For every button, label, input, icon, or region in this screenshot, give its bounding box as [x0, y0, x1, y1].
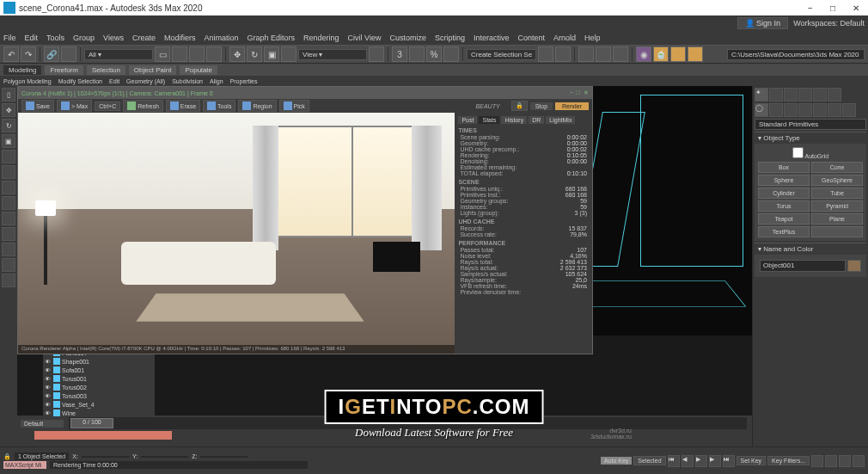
ribbon-selection[interactable]: Selection — [87, 65, 125, 75]
lt-tool10[interactable] — [2, 227, 15, 241]
menu-help[interactable]: Help — [584, 34, 601, 42]
nav-orbit[interactable] — [839, 455, 851, 467]
subribbon-polymodeling[interactable]: Polygon Modeling — [3, 78, 52, 84]
primitive-button[interactable]: GeoSphere — [811, 175, 863, 186]
vfb-ctrlc[interactable]: Ctrl+C — [95, 102, 120, 111]
motion-tab[interactable] — [798, 88, 812, 102]
lt-tool13[interactable] — [2, 274, 15, 287]
object-name-field[interactable]: Object001 — [760, 260, 846, 272]
shapes-subtab[interactable] — [769, 103, 783, 117]
stats-tab-dr[interactable]: DR — [529, 116, 544, 124]
goto-end[interactable]: ⏭ — [723, 455, 735, 467]
vfb-stop[interactable]: Stop — [530, 102, 553, 110]
render-button[interactable] — [688, 46, 703, 62]
menu-rendering[interactable]: Rendering — [303, 34, 339, 42]
lt-tool9[interactable] — [2, 212, 15, 225]
primitive-button[interactable]: Tube — [811, 188, 863, 199]
render-setup-button[interactable]: 🍵 — [653, 46, 669, 62]
nav-pan[interactable] — [811, 455, 823, 467]
coord-z[interactable] — [200, 456, 248, 458]
menu-file[interactable]: File — [3, 34, 16, 42]
autokey-button[interactable]: Auto Key — [601, 457, 632, 465]
percent-snap-button[interactable]: % — [426, 46, 442, 62]
placement-button[interactable] — [281, 46, 296, 62]
helpers-subtab[interactable] — [813, 103, 827, 117]
select-name-button[interactable] — [172, 46, 187, 62]
primitive-button[interactable]: Plane — [811, 213, 863, 225]
menu-tools[interactable]: Tools — [46, 34, 64, 42]
pivot-button[interactable] — [369, 46, 384, 62]
selection-set[interactable]: Create Selection Se — [467, 49, 536, 60]
primitive-button[interactable]: TextPlus — [758, 226, 810, 237]
stats-tab-history[interactable]: History — [501, 116, 527, 124]
menu-content[interactable]: Content — [517, 34, 545, 42]
goto-start[interactable]: ⏮ — [668, 455, 680, 467]
vfb-pick[interactable]: Pick — [279, 100, 309, 112]
keyfilters-button[interactable]: Key Filters... — [767, 456, 810, 465]
ribbon-modeling[interactable]: Modeling — [3, 65, 41, 75]
primitive-button[interactable]: Cone — [811, 162, 863, 173]
maximize-button[interactable]: □ — [825, 3, 840, 13]
ribbon-freeform[interactable]: Freeform — [45, 65, 83, 75]
vfb-region[interactable]: Region — [238, 100, 276, 112]
timeline-handle[interactable]: 0 / 100 — [70, 418, 113, 428]
minimize-button[interactable]: − — [803, 3, 818, 13]
menu-create[interactable]: Create — [132, 34, 156, 42]
link-button[interactable]: 🔗 — [44, 46, 59, 62]
vfb-render[interactable]: Render — [555, 102, 589, 110]
filter-dropdown[interactable]: All ▾ — [84, 49, 153, 60]
lt-tool7[interactable] — [2, 181, 15, 194]
angle-snap-button[interactable] — [409, 46, 425, 62]
render-frame-button[interactable] — [670, 46, 686, 62]
undo-button[interactable]: ↶ — [3, 46, 19, 62]
move-button[interactable]: ✥ — [229, 46, 245, 62]
coord-x[interactable] — [82, 456, 129, 458]
vfb-maximize[interactable]: □ — [577, 89, 580, 96]
lt-select[interactable]: ▯ — [2, 88, 15, 102]
unlink-button[interactable] — [61, 46, 76, 62]
material-editor-button[interactable]: ◉ — [636, 46, 651, 62]
vfb-save[interactable]: Save — [21, 100, 54, 112]
primitive-button[interactable]: Torus — [758, 200, 810, 212]
subribbon-align[interactable]: Align — [210, 78, 223, 84]
object-color-swatch[interactable] — [847, 260, 861, 272]
nav-maximize[interactable] — [853, 455, 865, 467]
nav-zoom[interactable] — [825, 455, 837, 467]
primitive-button[interactable]: Pyramid — [811, 200, 863, 212]
select-button[interactable]: ▭ — [155, 46, 170, 62]
workspaces-dropdown[interactable]: Workspaces: Default — [793, 19, 865, 28]
menu-animation[interactable]: Animation — [204, 34, 238, 42]
refcoord-dropdown[interactable]: View ▾ — [298, 49, 367, 60]
lt-rotate[interactable]: ↻ — [2, 119, 15, 132]
align-button[interactable] — [555, 46, 571, 62]
menu-scripting[interactable]: Scripting — [435, 34, 465, 42]
vfb-lock[interactable]: 🔒 — [511, 101, 528, 111]
primitive-button[interactable]: Box — [758, 162, 810, 173]
primitive-button[interactable]: Cylinder — [758, 188, 810, 199]
display-tab[interactable] — [813, 88, 827, 102]
setkey-button[interactable]: Set Key — [737, 456, 767, 465]
modify-tab[interactable] — [769, 88, 783, 102]
primitive-button[interactable]: Teapot — [758, 213, 810, 225]
stats-tab-post[interactable]: Post — [458, 116, 477, 124]
default-track[interactable]: Default — [21, 420, 64, 428]
menu-views[interactable]: Views — [103, 34, 124, 42]
lt-tool5[interactable] — [2, 150, 15, 163]
menu-group[interactable]: Group — [73, 34, 95, 42]
timeline-track-bar[interactable] — [34, 431, 172, 440]
spinner-snap-button[interactable] — [443, 46, 459, 62]
rotate-button[interactable]: ↻ — [247, 46, 262, 62]
menu-interactive[interactable]: Interactive — [474, 34, 510, 42]
render-output-image[interactable]: Corona Renderer Alpha | Intel(R) Core(TM… — [18, 113, 455, 354]
coord-y[interactable] — [141, 456, 188, 458]
signin-button[interactable]: 👤 Sign In — [737, 17, 789, 29]
snap-button[interactable]: 3 — [392, 46, 407, 62]
lt-scale[interactable]: ▣ — [2, 134, 15, 148]
menu-civilview[interactable]: Civil View — [348, 34, 382, 42]
project-path[interactable]: C:\Users\Slava\Documents\3ds Max 2020 — [727, 49, 865, 60]
corona-titlebar[interactable]: Corona 4 (Hotfix 1) | 1024×576px (1/1) |… — [18, 87, 592, 99]
prev-frame[interactable]: ◀ — [682, 455, 694, 467]
category-dropdown[interactable]: Standard Primitives — [755, 119, 866, 130]
schematic-button[interactable] — [613, 46, 628, 62]
menu-edit[interactable]: Edit — [25, 34, 39, 42]
